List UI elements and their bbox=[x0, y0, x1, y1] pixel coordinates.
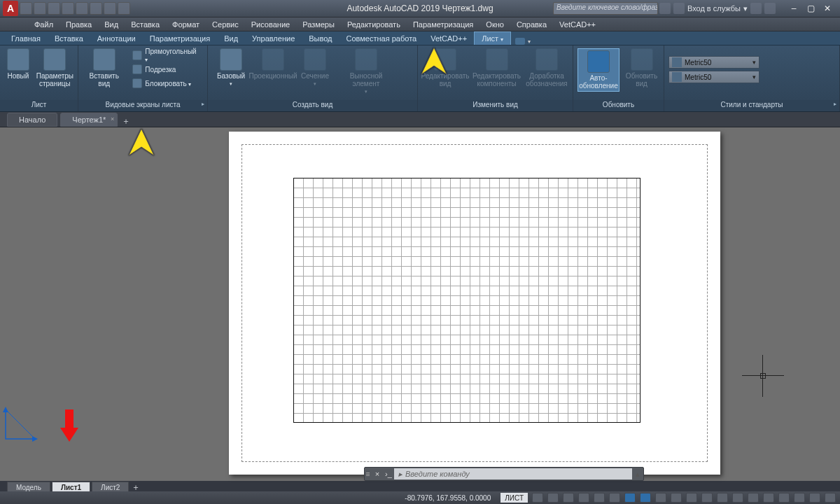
minimize-button[interactable]: – bbox=[785, 3, 802, 14]
status-lwt-icon[interactable] bbox=[624, 493, 636, 503]
ribtab-9[interactable]: Лист ▾ bbox=[474, 31, 511, 45]
projected-view-button[interactable]: Проекционный bbox=[254, 48, 292, 80]
qat-new-icon[interactable] bbox=[20, 2, 32, 15]
status-otrack-icon[interactable] bbox=[609, 493, 620, 503]
status-gizmo-icon[interactable] bbox=[671, 493, 682, 503]
qat-save-icon[interactable] bbox=[48, 2, 60, 15]
page-setup-button[interactable]: Параметры страницы bbox=[36, 48, 74, 88]
update-view-button[interactable]: Обновить вид bbox=[624, 48, 659, 88]
status-osnap-icon[interactable] bbox=[594, 493, 605, 503]
menu-вставка[interactable]: Вставка bbox=[125, 19, 166, 30]
qat-saveas-icon[interactable] bbox=[62, 2, 74, 15]
ribbon-appearance-icon[interactable] bbox=[515, 38, 525, 45]
qat-open-icon[interactable] bbox=[34, 2, 46, 15]
ribtab-8[interactable]: VetCAD++ bbox=[424, 32, 474, 45]
ribtab-4[interactable]: Вид bbox=[217, 32, 245, 45]
lock-label: Блокировать bbox=[145, 80, 191, 88]
page-setup-icon bbox=[43, 48, 66, 71]
cmd-history-icon[interactable]: ▴ bbox=[632, 470, 643, 479]
status-lock-icon[interactable] bbox=[763, 493, 774, 503]
workspace[interactable] bbox=[0, 127, 840, 481]
status-polar-icon[interactable] bbox=[578, 493, 589, 503]
app-logo-icon[interactable]: A bbox=[3, 1, 18, 16]
qat-more-icon[interactable] bbox=[118, 2, 130, 15]
qat-redo-icon[interactable] bbox=[104, 2, 116, 15]
infocenter-icon[interactable] bbox=[659, 3, 671, 14]
symbol-sketch-button[interactable]: Доработка обозначения bbox=[525, 48, 568, 88]
clip-button[interactable]: Подрезка bbox=[130, 62, 203, 76]
menu-справка[interactable]: Справка bbox=[510, 19, 553, 30]
ribbon-tabs: ГлавнаяВставкаАннотацииПараметризацияВид… bbox=[0, 31, 840, 46]
ribtab-0[interactable]: Главная bbox=[4, 32, 48, 45]
menu-сервис[interactable]: Сервис bbox=[206, 19, 245, 30]
menu-правка[interactable]: Правка bbox=[59, 19, 98, 30]
ribtab-1[interactable]: Вставка bbox=[48, 32, 90, 45]
menu-файл[interactable]: Файл bbox=[28, 19, 59, 30]
status-qp-icon[interactable] bbox=[748, 493, 759, 503]
auto-update-icon bbox=[587, 50, 610, 73]
panel-styles-name[interactable]: Стили и стандарты bbox=[664, 100, 839, 111]
exchange-icon[interactable] bbox=[750, 3, 762, 14]
tab-add-button[interactable]: ＋ bbox=[120, 115, 132, 127]
cmd-close-icon[interactable]: × bbox=[372, 470, 383, 478]
status-isolate-icon[interactable] bbox=[778, 493, 790, 503]
tab-close-icon[interactable]: × bbox=[111, 115, 114, 122]
help-icon[interactable] bbox=[764, 3, 776, 14]
command-line[interactable]: × ›_ ▸ Введите команду ▴ bbox=[364, 467, 644, 481]
ribtab-5[interactable]: Управление bbox=[245, 32, 302, 45]
status-ortho-icon[interactable] bbox=[563, 493, 574, 503]
ribtab-6[interactable]: Вывод bbox=[302, 32, 339, 45]
maximize-button[interactable]: ▢ bbox=[802, 3, 819, 14]
insert-view-button[interactable]: Вставить вид bbox=[83, 48, 125, 88]
cmd-grip-icon[interactable] bbox=[365, 468, 372, 480]
new-layout-button[interactable]: Новый bbox=[4, 48, 32, 80]
menu-формат[interactable]: Формат bbox=[166, 19, 206, 30]
style-combo-1[interactable]: Metric50 bbox=[668, 56, 760, 69]
ribtab-2[interactable]: Аннотации bbox=[90, 32, 143, 45]
search-input[interactable]: Введите ключевое слово/фразу bbox=[553, 2, 658, 15]
status-units-icon[interactable] bbox=[732, 493, 743, 503]
auto-update-button[interactable]: Авто- обновление bbox=[578, 48, 620, 92]
signin-label[interactable]: Вход в службы bbox=[687, 4, 741, 13]
panel-createview-name: Создать вид bbox=[208, 100, 417, 111]
menu-параметризация[interactable]: Параметризация bbox=[407, 19, 479, 30]
paper-sheet bbox=[229, 132, 720, 475]
lock-button[interactable]: Блокировать bbox=[130, 76, 203, 90]
close-button[interactable]: ✕ bbox=[819, 3, 836, 14]
qat-undo-icon[interactable] bbox=[90, 2, 102, 15]
menu-вид[interactable]: Вид bbox=[98, 19, 125, 30]
menu-окно[interactable]: Окно bbox=[479, 19, 510, 30]
detail-view-button[interactable]: Выносной элемент▾ bbox=[338, 48, 394, 94]
status-transparency-icon[interactable] bbox=[640, 493, 651, 503]
menu-редактировать[interactable]: Редактировать bbox=[341, 19, 407, 30]
tab-start[interactable]: Начало bbox=[7, 113, 57, 127]
layout-viewport[interactable] bbox=[293, 178, 640, 423]
tab-drawing1[interactable]: Чертеж1*× bbox=[60, 113, 118, 127]
status-grid-icon[interactable] bbox=[532, 493, 543, 503]
update-view-icon bbox=[631, 48, 653, 71]
panel-viewports-name[interactable]: Видовые экраны листа bbox=[78, 100, 207, 111]
base-view-button[interactable]: Базовый▾ bbox=[212, 48, 250, 87]
status-cleanscreen-icon[interactable] bbox=[809, 493, 820, 503]
ribtab-7[interactable]: Совместная работа bbox=[340, 32, 424, 45]
status-annovis-icon[interactable] bbox=[701, 493, 713, 503]
ribtab-3[interactable]: Параметризация bbox=[143, 32, 217, 45]
menu-vetcad++[interactable]: VetCAD++ bbox=[553, 19, 602, 30]
status-workspace-icon[interactable] bbox=[717, 493, 728, 503]
style-combo-1-value: Metric50 bbox=[685, 59, 711, 66]
user-icon[interactable] bbox=[673, 3, 685, 14]
style-combo-2[interactable]: Metric50 bbox=[668, 71, 760, 83]
rectangular-button[interactable]: Прямоугольный bbox=[130, 48, 203, 62]
status-customize-icon[interactable] bbox=[825, 493, 836, 503]
status-annoscale-icon[interactable] bbox=[686, 493, 697, 503]
section-view-button[interactable]: Сечение▾ bbox=[296, 48, 334, 87]
menu-рисование[interactable]: Рисование bbox=[245, 19, 296, 30]
command-input[interactable]: ▸ Введите команду bbox=[394, 468, 632, 479]
status-snap-icon[interactable] bbox=[547, 493, 559, 503]
menu-размеры[interactable]: Размеры bbox=[296, 19, 341, 30]
edit-components-button[interactable]: Редактировать компоненты bbox=[472, 48, 521, 88]
space-mode[interactable]: ЛИСТ bbox=[500, 493, 528, 503]
qat-plot-icon[interactable] bbox=[76, 2, 88, 15]
status-selection-icon[interactable] bbox=[655, 493, 666, 503]
status-hardware-icon[interactable] bbox=[794, 493, 805, 503]
